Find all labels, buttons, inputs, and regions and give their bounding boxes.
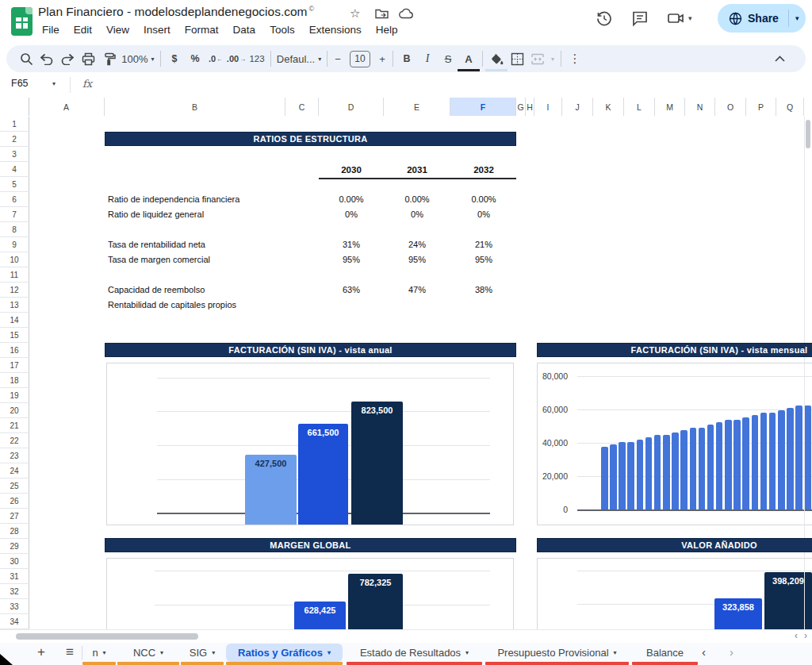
spreadsheet-grid[interactable]: RATIOS DE ESTRUCTURA 2030 2031 2032 FACT… — [0, 117, 812, 629]
star-icon[interactable]: ☆ — [350, 6, 360, 21]
share-button[interactable]: Share ▾ — [718, 4, 806, 33]
row-header-29[interactable]: 29 — [0, 539, 29, 554]
comments-icon[interactable] — [630, 9, 651, 29]
vertical-scrollbar-thumb[interactable] — [806, 120, 810, 148]
sheet-tab-ratios-y-gr-ficos[interactable]: Ratios y Gráficos▾ — [226, 644, 343, 662]
column-header-K[interactable]: K — [593, 98, 624, 116]
row-header-13[interactable]: 13 — [0, 298, 29, 313]
ratio-value[interactable]: 0% — [326, 207, 377, 222]
row-header-3[interactable]: 3 — [0, 147, 29, 162]
menu-edit[interactable]: Edit — [67, 21, 99, 38]
chart-margen-global[interactable]: 628,425782,325 — [106, 558, 514, 629]
horizontal-scrollbar[interactable]: ‹ › — [0, 629, 812, 644]
sheet-tab-balance[interactable]: Balance — [632, 644, 698, 662]
ratio-value[interactable]: 0% — [392, 207, 442, 222]
menu-file[interactable]: File — [35, 21, 67, 38]
column-header-D[interactable]: D — [319, 98, 384, 116]
move-folder-icon[interactable] — [375, 8, 389, 21]
next-sheets-icon[interactable]: › — [730, 645, 733, 659]
sheet-tab-presupuesto-provisional[interactable]: Presupuesto Provisional▾ — [485, 644, 629, 662]
ratio-value[interactable]: 24% — [392, 237, 442, 252]
row-header-34[interactable]: 34 — [0, 614, 29, 629]
year-header[interactable]: 2031 — [392, 162, 442, 178]
row-header-4[interactable]: 4 — [0, 162, 29, 177]
sheet-tab-dropdown-icon[interactable]: ▾ — [103, 649, 106, 656]
menu-extensions[interactable]: Extensions — [302, 21, 369, 38]
undo-icon[interactable] — [36, 48, 57, 69]
decrease-font-size-button[interactable]: − — [331, 48, 345, 69]
ratio-value[interactable]: 95% — [458, 252, 509, 267]
text-color-button[interactable]: A — [458, 48, 479, 69]
column-header-E[interactable]: E — [384, 98, 450, 116]
ratio-value[interactable]: 63% — [326, 283, 377, 298]
column-header-C[interactable]: C — [285, 98, 319, 116]
strikethrough-button[interactable]: S — [438, 48, 458, 69]
ratio-value[interactable]: 95% — [326, 252, 377, 267]
row-header-14[interactable]: 14 — [0, 313, 29, 328]
row-header-9[interactable]: 9 — [0, 237, 29, 252]
column-header-B[interactable]: B — [105, 98, 285, 116]
menu-view[interactable]: View — [99, 21, 136, 38]
ratio-label[interactable]: Capacidad de reembolso — [108, 283, 205, 298]
column-header-Q[interactable]: Q — [776, 98, 804, 116]
column-header-A[interactable]: A — [29, 98, 105, 116]
row-header-16[interactable]: 16 — [0, 343, 29, 358]
scroll-right-icon[interactable]: › — [804, 630, 807, 641]
row-header-19[interactable]: 19 — [0, 388, 29, 403]
sheet-tab-dropdown-icon[interactable]: ▾ — [160, 649, 163, 656]
ratio-value[interactable]: 0.00% — [458, 192, 509, 207]
row-header-11[interactable]: 11 — [0, 267, 29, 283]
ratio-value[interactable]: 38% — [458, 283, 509, 298]
print-icon[interactable] — [78, 48, 98, 69]
chart-facturacion-mensual[interactable]: 020,00040,00060,00080,000 — [537, 363, 812, 525]
year-header[interactable]: 2032 — [458, 162, 509, 178]
search-icon[interactable] — [16, 48, 36, 69]
row-header-28[interactable]: 28 — [0, 524, 29, 539]
video-call-dropdown-icon[interactable]: ▾ — [688, 14, 709, 35]
name-box-dropdown-icon[interactable]: ▾ — [52, 80, 56, 87]
chart-monthly-band[interactable]: FACTURACIÓN (SIN IVA) - vista mensual — [537, 343, 812, 357]
paint-format-icon[interactable] — [98, 48, 119, 69]
chart-margen-band[interactable]: MARGEN GLOBAL — [105, 538, 516, 552]
more-toolbar-icon[interactable]: ⋮ — [565, 48, 585, 69]
vertical-scrollbar-track[interactable] — [804, 117, 805, 629]
row-header-32[interactable]: 32 — [0, 584, 29, 599]
video-call-icon[interactable] — [666, 9, 687, 29]
format-currency-button[interactable]: $ — [164, 48, 185, 69]
name-box[interactable]: F65 — [11, 78, 67, 89]
ratio-label[interactable]: Ratio de liquidez general — [108, 207, 204, 222]
ratio-label[interactable]: Ratio de independencia financiera — [108, 192, 239, 207]
row-header-5[interactable]: 5 — [0, 177, 29, 192]
increase-decimal-button[interactable]: .00→ — [226, 48, 247, 69]
row-header-25[interactable]: 25 — [0, 479, 29, 494]
row-header-6[interactable]: 6 — [0, 192, 29, 207]
sheet-tab-dropdown-icon[interactable]: ▾ — [614, 649, 617, 656]
share-dropdown-icon[interactable]: ▾ — [795, 14, 799, 22]
column-header-F[interactable]: F — [450, 98, 516, 116]
row-header-30[interactable]: 30 — [0, 554, 29, 569]
prev-sheets-icon[interactable]: ‹ — [702, 645, 706, 659]
column-header-N[interactable]: N — [685, 98, 715, 116]
menu-format[interactable]: Format — [178, 21, 226, 38]
chart-valor-band[interactable]: VALOR AÑADIDO — [537, 538, 812, 552]
ratio-label[interactable]: Tasa de rentabilidad neta — [108, 237, 205, 252]
select-all-corner[interactable] — [0, 98, 29, 116]
menu-data[interactable]: Data — [226, 21, 263, 38]
collapse-toolbar-icon[interactable] — [769, 48, 790, 69]
row-header-31[interactable]: 31 — [0, 569, 29, 584]
font-size-input[interactable]: 10 — [350, 51, 370, 67]
ratio-label[interactable]: Tasa de margen comercial — [108, 252, 210, 267]
chart-valor-anadido[interactable]: 323,858398,209 — [537, 558, 812, 629]
column-header-O[interactable]: O — [715, 98, 746, 116]
row-header-1[interactable]: 1 — [0, 117, 29, 132]
document-title[interactable]: Plan Financiero - modelosdeplandenegocio… — [38, 5, 314, 19]
sheet-tab-dropdown-icon[interactable]: ▾ — [212, 649, 215, 656]
row-header-10[interactable]: 10 — [0, 252, 29, 267]
row-header-33[interactable]: 33 — [0, 599, 29, 614]
column-header-P[interactable]: P — [746, 98, 776, 116]
bold-button[interactable]: B — [396, 48, 417, 69]
fill-color-icon[interactable] — [486, 48, 507, 69]
column-header-M[interactable]: M — [655, 98, 685, 116]
row-header-21[interactable]: 21 — [0, 418, 29, 433]
row-header-27[interactable]: 27 — [0, 509, 29, 524]
